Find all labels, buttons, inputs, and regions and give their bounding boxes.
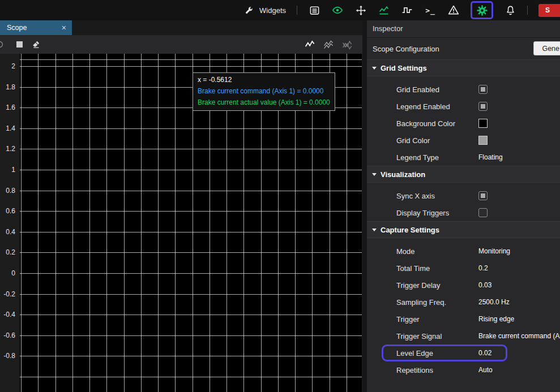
y-tick-label: 1.6 bbox=[6, 102, 15, 113]
toolbar-separator bbox=[527, 6, 528, 15]
stop-button[interactable]: S bbox=[538, 4, 560, 17]
row-label: Legend Enabled bbox=[396, 102, 478, 111]
checkbox-mark bbox=[481, 193, 485, 198]
general-button[interactable]: Gene bbox=[533, 41, 560, 55]
stop-button-label: S bbox=[545, 6, 550, 14]
trigger-delay-value[interactable]: 0.03 bbox=[478, 281, 491, 289]
close-icon[interactable]: × bbox=[62, 24, 66, 32]
repetitions-value[interactable]: Auto bbox=[478, 366, 493, 374]
stacked-line-icon[interactable] bbox=[342, 39, 353, 50]
y-tick-label: 1.4 bbox=[6, 123, 15, 133]
section-title: Visualization bbox=[381, 170, 425, 179]
line-style-group bbox=[305, 39, 353, 50]
mode-value[interactable]: Monitoring bbox=[478, 247, 510, 255]
widgets-menu[interactable]: Widgets bbox=[242, 4, 286, 16]
chart-icon[interactable] bbox=[378, 4, 390, 16]
eye-icon[interactable] bbox=[331, 4, 344, 16]
y-tick-label: 0.8 bbox=[6, 186, 15, 196]
background-color-swatch[interactable] bbox=[478, 119, 488, 128]
top-toolbar: Widgets >_ S bbox=[0, 0, 560, 20]
row-trigger: Trigger Rising edge bbox=[367, 311, 560, 328]
pulse-icon[interactable] bbox=[401, 4, 413, 16]
row-grid-enabled: Grid Enabled bbox=[367, 81, 560, 98]
row-legend-enabled: Legend Enabled bbox=[367, 98, 560, 115]
terminal-icon[interactable]: >_ bbox=[424, 4, 437, 16]
y-tick-label: -0.4 bbox=[3, 309, 15, 320]
bell-icon[interactable] bbox=[504, 4, 516, 16]
y-axis: 2 1.8 1.6 1.4 1.2 1 0.8 0.6 0.4 0.2 0 -0… bbox=[0, 54, 20, 392]
row-sampling-freq: Sampling Freq. 2500.0 Hz bbox=[367, 294, 560, 311]
legend-enabled-checkbox[interactable] bbox=[478, 102, 488, 111]
row-label: Sync X axis bbox=[396, 192, 478, 200]
inspector-title: Inspector bbox=[367, 20, 560, 38]
row-label: Trigger bbox=[396, 315, 478, 324]
row-label: Display Triggers bbox=[396, 209, 478, 217]
widgets-label: Widgets bbox=[259, 6, 286, 15]
grid-color-swatch[interactable] bbox=[478, 136, 488, 145]
gear-annotation-box bbox=[471, 1, 493, 19]
row-mode: Mode Monitoring bbox=[367, 243, 560, 260]
tooltip-series-1: Brake current command (Axis 1) = 0.0000 bbox=[198, 85, 330, 97]
sampling-freq-value[interactable]: 2500.0 Hz bbox=[478, 298, 510, 306]
total-time-value[interactable]: 0.2 bbox=[478, 264, 488, 272]
sync-x-axis-checkbox[interactable] bbox=[478, 191, 488, 200]
scope-configuration-row: Scope Configuration Gene bbox=[367, 38, 560, 59]
section-capture-settings[interactable]: Capture Settings bbox=[367, 221, 560, 238]
level-edge-value[interactable]: 0.02 bbox=[478, 349, 491, 357]
y-tick-label: -0.2 bbox=[3, 289, 15, 299]
y-tick-label: 0.2 bbox=[6, 247, 15, 257]
row-legend-type: Legend Type Floating bbox=[367, 149, 560, 166]
grid-enabled-checkbox[interactable] bbox=[478, 85, 488, 94]
tab-bar: Scope × bbox=[0, 20, 362, 35]
section-visualization[interactable]: Visualization bbox=[367, 166, 560, 183]
legend-type-value[interactable]: Floating bbox=[478, 153, 503, 161]
row-trigger-signal: Trigger Signal Brake current command (Ax… bbox=[367, 328, 560, 344]
row-label: Sampling Freq. bbox=[396, 298, 478, 307]
row-label: Level Edge bbox=[396, 349, 478, 357]
record-icon[interactable] bbox=[0, 40, 5, 49]
row-grid-color: Grid Color bbox=[367, 132, 560, 149]
move-icon[interactable] bbox=[354, 4, 367, 16]
tooltip-x-value: x = -0.5612 bbox=[198, 74, 330, 85]
display-triggers-checkbox[interactable] bbox=[478, 208, 488, 217]
y-tick-label: 1 bbox=[11, 165, 15, 175]
warning-icon[interactable] bbox=[447, 4, 460, 16]
y-tick-label: -0.6 bbox=[3, 330, 15, 341]
tab-scope[interactable]: Scope × bbox=[0, 20, 72, 35]
scope-configuration-label: Scope Configuration bbox=[373, 45, 439, 53]
row-background-color: Background Color bbox=[367, 115, 560, 132]
row-repetitions: Repetitions Auto bbox=[367, 361, 560, 378]
tab-scope-label: Scope bbox=[7, 24, 27, 32]
gear-icon[interactable] bbox=[476, 4, 488, 16]
eraser-icon[interactable] bbox=[31, 40, 41, 49]
stop-capture-icon[interactable] bbox=[16, 41, 23, 48]
row-sync-x-axis: Sync X axis bbox=[367, 187, 560, 204]
row-display-triggers: Display Triggers bbox=[367, 204, 560, 221]
toolbar-separator bbox=[297, 6, 297, 15]
row-total-time: Total Time 0.2 bbox=[367, 260, 560, 277]
scope-plot[interactable]: x = -0.5612 Brake current command (Axis … bbox=[20, 54, 362, 392]
row-level-edge: Level Edge 0.02 bbox=[367, 344, 560, 361]
single-line-icon[interactable] bbox=[305, 39, 316, 50]
list-icon[interactable] bbox=[308, 4, 320, 16]
section-title: Capture Settings bbox=[381, 226, 439, 234]
wrench-icon bbox=[242, 4, 255, 16]
row-label: Grid Enabled bbox=[396, 85, 478, 94]
chart-area: 2 1.8 1.6 1.4 1.2 1 0.8 0.6 0.4 0.2 0 -0… bbox=[0, 54, 362, 392]
chevron-down-icon bbox=[372, 67, 377, 70]
trigger-value[interactable]: Rising edge bbox=[478, 315, 514, 323]
checkbox-mark bbox=[481, 87, 485, 92]
cursor-tooltip: x = -0.5612 Brake current command (Axis … bbox=[193, 72, 335, 111]
row-trigger-delay: Trigger Delay 0.03 bbox=[367, 277, 560, 294]
multi-line-icon[interactable] bbox=[323, 39, 335, 50]
row-label: Mode bbox=[396, 247, 478, 256]
y-tick-label: 0.6 bbox=[6, 206, 15, 216]
section-grid-settings[interactable]: Grid Settings bbox=[367, 59, 560, 76]
chevron-down-icon bbox=[372, 229, 377, 231]
checkbox-mark bbox=[481, 104, 485, 109]
section-title: Grid Settings bbox=[381, 64, 427, 72]
trigger-signal-value[interactable]: Brake current command (Axi bbox=[478, 332, 560, 340]
row-label: Total Time bbox=[396, 264, 478, 273]
row-label: Background Color bbox=[396, 119, 478, 128]
row-label: Grid Color bbox=[396, 136, 478, 145]
